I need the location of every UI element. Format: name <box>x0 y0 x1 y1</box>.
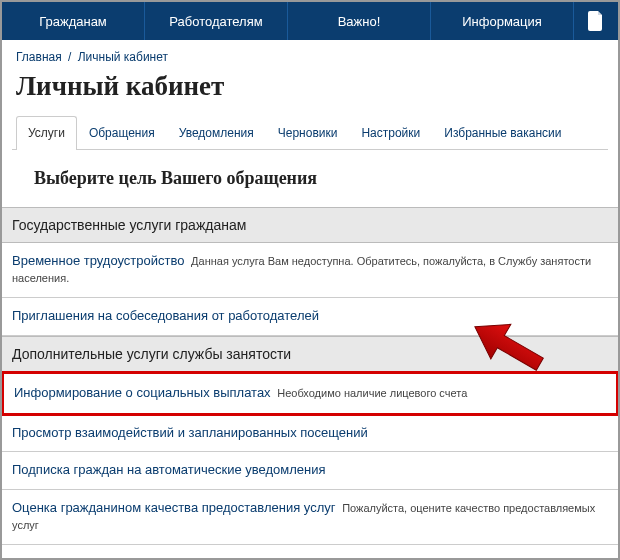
tab-services[interactable]: Услуги <box>16 116 77 149</box>
tab-appeals[interactable]: Обращения <box>77 116 167 149</box>
service-link[interactable]: Приглашения на собеседования от работода… <box>12 308 319 323</box>
service-link[interactable]: Подписка граждан на автоматические уведо… <box>12 462 326 477</box>
breadcrumb: Главная / Личный кабинет <box>2 40 618 69</box>
subtitle: Выберите цель Вашего обращения <box>2 150 618 207</box>
page-title: Личный кабинет <box>2 69 618 116</box>
service-quality-assessment: Оценка гражданином качества предоставлен… <box>2 490 618 545</box>
service-link[interactable]: Информирование о социальных выплатах <box>14 385 271 400</box>
section-header-gov: Государственные услуги гражданам <box>2 207 618 243</box>
service-link[interactable]: Просмотр взаимодействий и запланированны… <box>12 425 368 440</box>
service-temp-employment: Временное трудоустройство Данная услуга … <box>2 243 618 298</box>
document-icon <box>588 11 604 31</box>
service-note: Необходимо наличие лицевого счета <box>277 387 467 399</box>
service-link[interactable]: Временное трудоустройство <box>12 253 184 268</box>
breadcrumb-home[interactable]: Главная <box>16 50 62 64</box>
service-invitations: Приглашения на собеседования от работода… <box>2 298 618 336</box>
section-header-additional: Дополнительные услуги службы занятости <box>2 336 618 372</box>
service-interactions: Просмотр взаимодействий и запланированны… <box>2 415 618 453</box>
nav-important[interactable]: Важно! <box>288 2 431 40</box>
service-subscription: Подписка граждан на автоматические уведо… <box>2 452 618 490</box>
tabs: Услуги Обращения Уведомления Черновики Н… <box>12 116 608 150</box>
nav-information[interactable]: Информация <box>431 2 574 40</box>
tab-drafts[interactable]: Черновики <box>266 116 350 149</box>
service-social-payments: Информирование о социальных выплатах Нео… <box>1 371 619 416</box>
tab-favorites[interactable]: Избранные вакансии <box>432 116 573 149</box>
service-link[interactable]: Предоставление документов <box>12 555 187 560</box>
top-nav: Гражданам Работодателям Важно! Информаци… <box>2 2 618 40</box>
nav-document-icon[interactable] <box>574 2 618 40</box>
nav-citizens[interactable]: Гражданам <box>2 2 145 40</box>
tab-notifications[interactable]: Уведомления <box>167 116 266 149</box>
service-documents: Предоставление документов Данная услуга … <box>2 545 618 560</box>
nav-employers[interactable]: Работодателям <box>145 2 288 40</box>
breadcrumb-separator: / <box>68 50 71 64</box>
tab-settings[interactable]: Настройки <box>349 116 432 149</box>
service-link[interactable]: Оценка гражданином качества предоставлен… <box>12 500 336 515</box>
breadcrumb-current[interactable]: Личный кабинет <box>78 50 168 64</box>
